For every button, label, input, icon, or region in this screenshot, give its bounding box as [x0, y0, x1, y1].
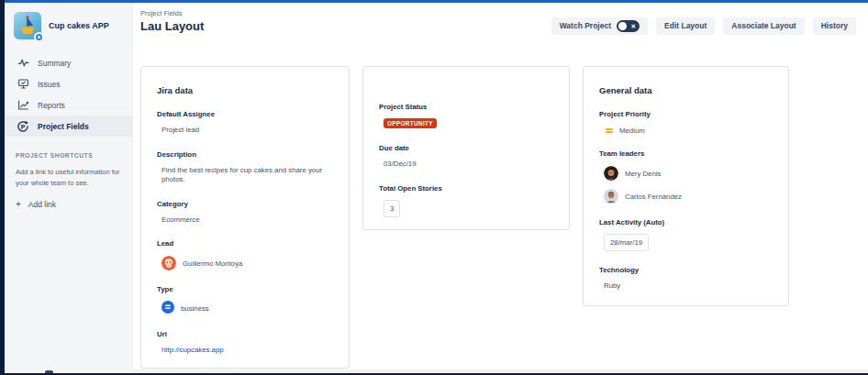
total-open-stories-box: 3	[384, 200, 400, 217]
jira-data-card: Jira data Default Assignee Project lead …	[140, 66, 350, 369]
priority-value: Medium	[619, 127, 645, 135]
chart-icon	[17, 99, 29, 112]
field-cards: Jira data Default Assignee Project lead …	[140, 66, 789, 369]
field-label: Project Priority	[599, 110, 773, 118]
lead-name: Guillermo Montoya	[183, 259, 242, 268]
window-accent-line	[0, 0, 868, 3]
sidebar-item-reports[interactable]: Reports	[5, 94, 132, 116]
associate-layout-button[interactable]: Associate Layout	[723, 17, 804, 35]
field-value: 03/Dec/19	[379, 160, 553, 170]
team-leader-name: Carlos Fernández	[625, 193, 682, 201]
field-default-assignee: Default Assignee Project lead	[157, 110, 333, 136]
field-label: Last Activity (Auto)	[599, 218, 773, 226]
type-value: business	[181, 304, 209, 313]
status-card: Project Status OPPORTUNITY Due date 03/D…	[362, 66, 570, 230]
project-name: Cup cakes APP	[49, 21, 109, 31]
field-technology: Technology Ruby	[599, 266, 773, 292]
status-badge: OPPORTUNITY	[384, 118, 437, 128]
edit-layout-button[interactable]: Edit Layout	[656, 17, 715, 35]
field-label: Team leaders	[599, 149, 773, 158]
field-label: Default Assignee	[157, 110, 333, 118]
field-label: Due date	[379, 144, 553, 152]
mery-avatar	[604, 166, 618, 181]
last-activity-box: 28/mar/19	[604, 234, 649, 251]
field-description: Description Find the best recipes for cu…	[157, 150, 333, 185]
shortcuts-description: Add a link to useful information for you…	[16, 167, 121, 188]
carlos-avatar	[604, 189, 618, 204]
sidebar-item-label: Reports	[38, 101, 65, 110]
field-value: Ecommerce	[157, 215, 333, 226]
field-due-date: Due date 03/Dec/19	[379, 144, 553, 170]
field-type: Type business	[157, 285, 333, 315]
svg-text:P: P	[21, 123, 26, 129]
toggle-off-icon: ✕	[631, 20, 636, 32]
guillermo-avatar	[161, 256, 176, 270]
field-label: Total Open Stories	[379, 184, 553, 193]
project-url-link[interactable]: http://cupcakes.app	[161, 346, 224, 354]
field-total-open-stories: Total Open Stories 3	[379, 184, 553, 217]
field-url: Url http://cupcakes.app	[157, 330, 333, 356]
type-row: business	[157, 301, 333, 315]
breadcrumb: Project Fields	[140, 9, 868, 17]
project-fields-icon: P	[17, 120, 29, 133]
field-label: Url	[157, 330, 333, 338]
field-label: Technology	[599, 266, 773, 274]
team-leader-row: Carlos Fernández	[599, 189, 773, 204]
add-link-button[interactable]: + Add link	[16, 200, 121, 209]
plus-icon: +	[16, 201, 21, 208]
medium-priority-icon	[606, 128, 613, 134]
sidebar-item-summary[interactable]: Summary	[5, 52, 132, 73]
shortcuts-heading: PROJECT SHORTCUTS	[16, 152, 121, 159]
field-label: Category	[157, 200, 333, 208]
team-leader-name: Mery Denis	[625, 170, 661, 178]
team-leader-row: Mery Denis	[599, 166, 773, 181]
field-label: Lead	[157, 239, 333, 248]
header-actions: Watch Project ✕ Edit Layout Associate La…	[551, 17, 856, 35]
sidebar-item-project-fields[interactable]: P Project Fields	[5, 116, 132, 137]
priority-row: Medium	[599, 127, 773, 135]
sidebar-item-issues[interactable]: Issues	[5, 73, 132, 94]
field-team-leaders: Team leaders Mery	[599, 149, 773, 204]
field-value: Project lead	[157, 126, 333, 136]
business-project-icon	[161, 301, 174, 315]
window-left-frame	[0, 0, 5, 375]
main-content: Project Fields Lau Layout Watch Project …	[134, 3, 868, 373]
sidebar-item-label: Summary	[38, 59, 71, 68]
field-label: Description	[157, 150, 333, 159]
app-window: Cup cakes APP Summary	[0, 0, 868, 375]
pulse-icon	[17, 57, 29, 70]
project-shortcuts-section: PROJECT SHORTCUTS Add a link to useful i…	[5, 152, 132, 209]
sidebar-item-label: Project Fields	[38, 122, 89, 131]
history-button[interactable]: History	[813, 17, 856, 35]
sidebar: Cup cakes APP Summary	[5, 3, 133, 373]
sidebar-nav: Summary Issues	[5, 52, 132, 137]
field-label: Type	[157, 285, 333, 293]
watch-project-button[interactable]: Watch Project ✕	[551, 17, 648, 35]
field-label: Project Status	[379, 103, 553, 111]
project-header: Cup cakes APP	[5, 3, 132, 47]
field-value: Find the best recipes for cup cakes and …	[157, 166, 333, 185]
watch-project-label: Watch Project	[560, 17, 611, 35]
sidebar-item-label: Issues	[38, 80, 61, 89]
toggle-knob	[618, 22, 627, 30]
project-type-badge-icon	[34, 32, 44, 42]
field-project-priority: Project Priority Medium	[599, 110, 773, 135]
lead-user: Guillermo Montoya	[157, 256, 333, 270]
card-title: General data	[599, 85, 773, 95]
general-data-card: General data Project Priority Medium Tea…	[583, 66, 789, 306]
add-link-label: Add link	[28, 200, 56, 209]
field-last-activity: Last Activity (Auto) 28/mar/19	[599, 218, 773, 251]
field-value: Ruby	[599, 281, 773, 292]
card-title: Jira data	[157, 85, 333, 95]
field-category: Category Ecommerce	[157, 200, 333, 226]
watch-toggle[interactable]: ✕	[617, 20, 640, 32]
monitor-icon	[17, 78, 29, 91]
field-lead: Lead Guillermo Mont	[157, 239, 333, 270]
page-header: Project Fields Lau Layout Watch Project …	[134, 3, 868, 33]
field-project-status: Project Status OPPORTUNITY	[379, 103, 553, 129]
cupcake-app-icon[interactable]	[14, 12, 41, 39]
